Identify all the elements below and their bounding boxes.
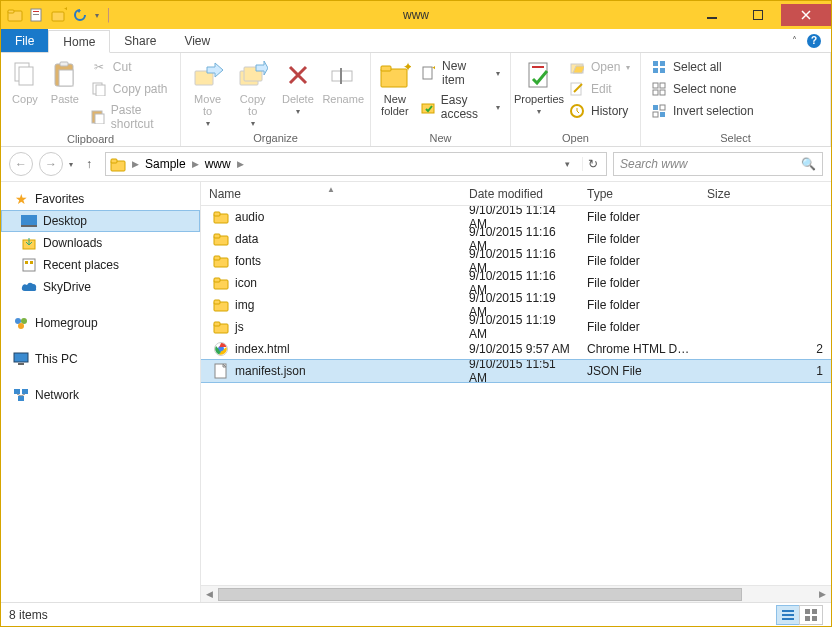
minimize-button[interactable] <box>689 4 735 26</box>
ribbon: Copy Paste ✂Cut Copy path Paste shortcut… <box>1 53 831 147</box>
new-item-button[interactable]: ✦New item ▾ <box>417 57 504 89</box>
copy-button[interactable]: Copy <box>7 57 43 105</box>
properties-qat-icon[interactable] <box>29 7 45 23</box>
file-name: manifest.json <box>235 364 306 378</box>
edit-button[interactable]: Edit <box>565 79 634 99</box>
horizontal-scrollbar[interactable]: ◀ ▶ <box>201 585 831 602</box>
sidebar-item-downloads[interactable]: Downloads <box>1 232 200 254</box>
sidebar-item-skydrive[interactable]: SkyDrive <box>1 276 200 298</box>
navigation-pane[interactable]: ★Favorites Desktop Downloads Recent plac… <box>1 182 201 602</box>
forward-button[interactable]: → <box>39 152 63 176</box>
cut-button[interactable]: ✂Cut <box>87 57 174 77</box>
explorer-window: ✦ ▾ │ www File Home Share View ˄ ? C <box>0 0 832 627</box>
easy-access-button[interactable]: Easy access ▾ <box>417 91 504 123</box>
file-type: File folder <box>579 210 699 224</box>
file-date: 9/10/2015 11:19 AM <box>461 313 579 341</box>
sidebar-network[interactable]: Network <box>1 384 200 406</box>
search-placeholder: Search www <box>620 157 687 171</box>
scroll-left-icon[interactable]: ◀ <box>201 589 218 599</box>
svg-rect-7 <box>707 17 717 19</box>
column-size[interactable]: Size <box>699 187 831 201</box>
address-bar[interactable]: ▶ Sample ▶ www ▶ ▾ ↻ <box>105 152 607 176</box>
search-icon: 🔍 <box>801 157 816 171</box>
help-icon[interactable]: ? <box>807 34 821 48</box>
sidebar-item-recent[interactable]: Recent places <box>1 254 200 276</box>
view-details-button[interactable] <box>776 605 800 625</box>
view-icons-button[interactable] <box>799 605 823 625</box>
svg-rect-58 <box>18 363 24 365</box>
file-size: 1 <box>699 364 831 378</box>
search-input[interactable]: Search www 🔍 <box>613 152 823 176</box>
file-icon <box>213 363 229 379</box>
chevron-right-icon[interactable]: ▶ <box>237 159 244 169</box>
file-type: File folder <box>579 232 699 246</box>
recent-locations-icon[interactable]: ▾ <box>69 160 73 169</box>
folder-icon <box>213 209 229 225</box>
breadcrumb-www[interactable]: www <box>205 157 231 171</box>
copy-to-button[interactable]: Copy to▾ <box>232 57 273 128</box>
paste-icon <box>49 59 81 91</box>
column-date[interactable]: Date modified <box>461 187 579 201</box>
svg-rect-59 <box>14 389 20 394</box>
move-to-button[interactable]: Move to▾ <box>187 57 228 128</box>
tab-file[interactable]: File <box>1 29 48 52</box>
column-type[interactable]: Type <box>579 187 699 201</box>
new-folder-qat-icon[interactable]: ✦ <box>51 7 67 23</box>
file-type: File folder <box>579 320 699 334</box>
file-row[interactable]: manifest.json9/10/2015 11:51 AMJSON File… <box>201 360 831 382</box>
back-button[interactable]: ← <box>9 152 33 176</box>
column-name[interactable]: ▲Name <box>201 187 461 201</box>
file-date: 9/10/2015 9:57 AM <box>461 342 579 356</box>
tab-home[interactable]: Home <box>48 30 110 53</box>
open-button[interactable]: Open ▾ <box>565 57 634 77</box>
folder-icon <box>213 275 229 291</box>
close-button[interactable] <box>781 4 831 26</box>
delete-button[interactable]: Delete▾ <box>277 57 318 116</box>
svg-rect-4 <box>33 14 39 15</box>
svg-text:✦: ✦ <box>63 7 67 16</box>
invert-selection-button[interactable]: Invert selection <box>647 101 758 121</box>
svg-rect-82 <box>805 616 810 621</box>
rename-button[interactable]: Rename <box>322 57 364 105</box>
new-folder-icon: ✦ <box>379 59 411 91</box>
sidebar-item-desktop[interactable]: Desktop <box>1 210 200 232</box>
properties-button[interactable]: Properties▾ <box>517 57 561 116</box>
svg-rect-71 <box>214 300 220 304</box>
breadcrumb-sample[interactable]: Sample <box>145 157 186 171</box>
column-headers: ▲Name Date modified Type Size <box>201 182 831 206</box>
minimize-ribbon-icon[interactable]: ˄ <box>792 35 797 46</box>
chevron-right-icon[interactable]: ▶ <box>192 159 199 169</box>
svg-rect-69 <box>214 278 220 282</box>
sidebar-this-pc[interactable]: This PC <box>1 348 200 370</box>
file-row[interactable]: js9/10/2015 11:19 AMFile folder <box>201 316 831 338</box>
select-none-button[interactable]: Select none <box>647 79 758 99</box>
svg-rect-73 <box>214 322 220 326</box>
history-button[interactable]: History <box>565 101 634 121</box>
qat-dropdown-icon[interactable]: ▾ <box>95 11 99 20</box>
copy-path-button[interactable]: Copy path <box>87 79 174 99</box>
new-folder-button[interactable]: ✦New folder <box>377 57 413 117</box>
tab-share[interactable]: Share <box>110 29 170 52</box>
up-button[interactable]: ↑ <box>79 157 99 171</box>
file-rows[interactable]: audio9/10/2015 11:14 AMFile folderdata9/… <box>201 206 831 585</box>
scroll-right-icon[interactable]: ▶ <box>814 589 831 599</box>
address-dropdown-icon[interactable]: ▾ <box>558 159 576 169</box>
paste-button[interactable]: Paste <box>47 57 83 105</box>
paste-shortcut-button[interactable]: Paste shortcut <box>87 101 174 133</box>
svg-text:✦: ✦ <box>431 66 435 75</box>
file-name: fonts <box>235 254 261 268</box>
tab-view[interactable]: View <box>170 29 224 52</box>
undo-qat-icon[interactable] <box>73 7 89 23</box>
easy-access-icon <box>421 99 435 115</box>
select-all-button[interactable]: Select all <box>647 57 758 77</box>
maximize-button[interactable] <box>735 4 781 26</box>
chevron-right-icon[interactable]: ▶ <box>132 159 139 169</box>
svg-rect-36 <box>653 68 658 73</box>
pc-icon <box>13 351 29 367</box>
refresh-icon[interactable]: ↻ <box>582 157 602 171</box>
sidebar-favorites[interactable]: ★Favorites <box>1 188 200 210</box>
svg-rect-47 <box>111 159 117 163</box>
sidebar-homegroup[interactable]: Homegroup <box>1 312 200 334</box>
scroll-thumb[interactable] <box>218 588 742 601</box>
svg-rect-53 <box>30 261 33 264</box>
